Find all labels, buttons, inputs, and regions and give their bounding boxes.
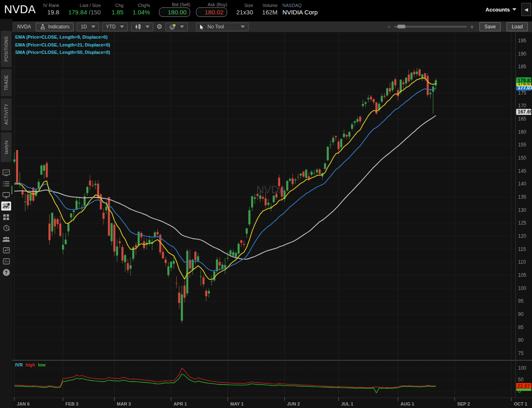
svg-text:100: 100 [518, 285, 526, 291]
flask-icon [40, 24, 46, 30]
history-clock-icon[interactable] [0, 223, 12, 234]
save-button[interactable]: Save [479, 22, 501, 31]
layout-dropdown[interactable] [166, 23, 188, 31]
svg-text:100: 100 [518, 365, 526, 371]
svg-text:JAN 6: JAN 6 [17, 401, 30, 406]
chart-settings-button[interactable]: ⚙ [157, 23, 162, 30]
chart-active-icon[interactable] [0, 200, 12, 211]
svg-text:OCT 1: OCT 1 [514, 401, 527, 406]
svg-text:120: 120 [518, 233, 526, 239]
function-icon[interactable]: F≈ [0, 256, 12, 267]
exchange-label: NASDAQ [283, 3, 302, 8]
iv-rank-value: 19.8 [47, 8, 59, 16]
svg-text:130: 130 [518, 207, 526, 213]
last-size: /150 [89, 9, 101, 16]
svg-text:80: 80 [518, 337, 524, 343]
size-field: Size 21x30 [236, 3, 253, 16]
replay-icon[interactable] [0, 245, 12, 256]
size-value: 21x30 [236, 8, 253, 16]
svg-text:135: 135 [518, 194, 526, 200]
chevron-left-icon: ◀ [525, 7, 528, 12]
cursor-icon [200, 24, 204, 30]
ivr-legend: IVRhighlow [15, 362, 48, 367]
grid-chart-icon[interactable] [0, 167, 12, 178]
sidebar-tab-positions[interactable]: POSITIONS [1, 31, 12, 67]
candlestick-chart-icon [135, 24, 141, 30]
chg-field: Chg 1.85 [111, 3, 123, 16]
indicator-legend: EMA (Price=CLOSE, Length=9, Displace=0)E… [15, 33, 110, 56]
help-icon[interactable]: ? [0, 267, 12, 278]
price-chart[interactable]: NVDA758085909510010511011512012513013514… [12, 32, 532, 408]
chgpct-field: Chg% 1.04% [133, 3, 150, 16]
ask-field: Ask (Buy) 180.02 [196, 2, 227, 17]
svg-text:APR 1: APR 1 [173, 401, 187, 406]
chevron-down-icon [241, 26, 245, 28]
svg-text:75: 75 [518, 350, 524, 356]
range-dropdown[interactable]: YTD [102, 23, 128, 31]
svg-text:195: 195 [518, 38, 526, 44]
exchange-field: NASDAQ NVIDIA Corp [283, 3, 318, 16]
svg-text:MAR 3: MAR 3 [117, 401, 131, 406]
last-size-field: Last / Size 179.84 /150 [68, 3, 101, 16]
accounts-menu[interactable]: Accounts [486, 7, 516, 13]
svg-text:F≈: F≈ [5, 260, 9, 264]
timeframe-dropdown[interactable]: 1D [77, 23, 99, 31]
zoom-slider-thumb[interactable] [397, 25, 405, 28]
svg-text:22.67: 22.67 [517, 383, 530, 389]
zoom-slider[interactable] [394, 26, 467, 28]
svg-text:50: 50 [518, 377, 524, 382]
svg-text:165: 165 [518, 116, 526, 122]
svg-text:125: 125 [518, 220, 526, 226]
drawing-tool-dropdown[interactable]: No Tool [196, 23, 249, 31]
chevron-down-icon [180, 26, 184, 28]
chevron-down-icon [512, 8, 516, 11]
chg-value: 1.85 [111, 8, 123, 16]
sidebar-tab-trade[interactable]: TRADE [1, 69, 12, 96]
ask-button[interactable]: 180.02 [196, 7, 227, 17]
indicators-button[interactable]: Indicators [36, 23, 74, 31]
svg-text:110: 110 [518, 259, 526, 265]
community-icon[interactable] [0, 234, 12, 245]
load-button[interactable]: Load [507, 22, 528, 31]
chart-type-dropdown[interactable] [131, 23, 153, 31]
zoom-out-button[interactable]: − [387, 23, 391, 30]
svg-text:150: 150 [518, 155, 526, 161]
svg-text:170: 170 [518, 103, 526, 109]
collapse-panel-button[interactable]: ◀ [521, 3, 531, 16]
svg-text:SEP 2: SEP 2 [457, 401, 470, 406]
svg-text:185: 185 [518, 64, 526, 70]
sidebar-tab-tastyfx[interactable]: tastyfx [1, 132, 12, 162]
monitor-icon[interactable] [0, 189, 12, 200]
apps-grid-icon[interactable] [0, 211, 12, 223]
symbol-title: NVDA [0, 3, 43, 16]
sidebar-tab-activity[interactable]: ACTIVITY [1, 98, 12, 130]
zoom-in-button[interactable]: + [470, 23, 474, 30]
toolbar-symbol[interactable]: NVDA [16, 24, 32, 30]
svg-text:160: 160 [518, 129, 526, 135]
indicator-legend-entry[interactable]: SMA (Price=CLOSE, Length=50, Displace=0) [15, 49, 110, 56]
chevron-down-icon [91, 26, 95, 28]
svg-text:105: 105 [518, 272, 526, 278]
chart-canvas[interactable]: NVDA758085909510010511011512012513013514… [12, 32, 532, 408]
svg-text:175: 175 [518, 90, 526, 96]
iv-rank-field: IV Rank 19.8 [43, 3, 59, 16]
indicator-legend-entry[interactable]: EMA (Price=CLOSE, Length=9, Displace=0) [15, 33, 110, 41]
watchlist-icon[interactable] [0, 178, 12, 189]
chgpct-value: 1.04% [133, 8, 150, 16]
svg-text:190: 190 [518, 51, 526, 57]
svg-text:FEB 3: FEB 3 [65, 401, 78, 406]
svg-text:140: 140 [518, 181, 526, 187]
svg-text:155: 155 [518, 142, 526, 148]
company-name: NVIDIA Corp [283, 8, 318, 16]
quote-header: NVDA IV Rank 19.8 Last / Size 179.84 /15… [0, 0, 532, 19]
volume-field: Volume 162M [262, 3, 278, 16]
chevron-down-icon [120, 26, 124, 28]
ivr-legend-entry: low [38, 362, 46, 367]
svg-text:JUN 2: JUN 2 [287, 401, 300, 406]
svg-text:85: 85 [518, 325, 524, 330]
ivr-legend-entry: high [25, 362, 35, 367]
indicator-legend-entry[interactable]: EMA (Price=CLOSE, Length=21, Displace=0) [15, 41, 110, 49]
compare-layout-icon [169, 24, 176, 30]
svg-text:179.81: 179.81 [518, 78, 532, 83]
bid-button[interactable]: 180.00 [159, 7, 190, 17]
